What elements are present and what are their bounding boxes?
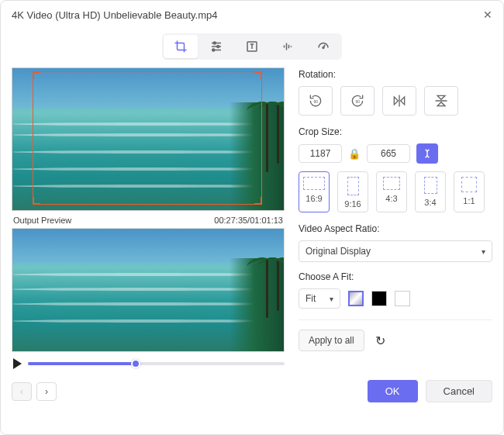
- audio-tool-button[interactable]: [271, 35, 305, 58]
- swap-icon: [422, 148, 433, 159]
- lock-icon[interactable]: 🔒: [348, 148, 361, 160]
- window-title: 4K Video (Ultra HD) Unbelievable Beauty.…: [12, 9, 217, 21]
- preview-time: 00:27:35/01:01:13: [214, 216, 283, 225]
- crop-preview[interactable]: [12, 67, 285, 211]
- slider-thumb[interactable]: [131, 359, 140, 368]
- speed-tool-button[interactable]: [306, 35, 340, 58]
- crop-tool-button[interactable]: [164, 35, 198, 58]
- svg-marker-19: [437, 95, 445, 99]
- aspect-label: 1:1: [463, 196, 475, 205]
- speedometer-icon: [316, 40, 330, 54]
- svg-text:90: 90: [314, 99, 319, 104]
- aspect-9-16-button[interactable]: 9:16: [337, 171, 368, 212]
- flip-horizontal-icon: [392, 93, 407, 109]
- fit-value: Fit: [306, 293, 316, 304]
- output-preview-label: Output Preview: [13, 216, 71, 225]
- cancel-button[interactable]: Cancel: [426, 380, 492, 402]
- play-button[interactable]: [13, 358, 22, 369]
- footer: ‹ › OK Cancel: [1, 369, 503, 412]
- crop-icon: [174, 40, 188, 54]
- crop-width-field[interactable]: 1187: [299, 144, 342, 163]
- apply-to-all-button[interactable]: Apply to all: [299, 330, 364, 351]
- crop-handle-br[interactable]: [254, 197, 262, 205]
- editor-toolbar: [1, 29, 503, 67]
- crop-handle-bl[interactable]: [33, 197, 40, 205]
- svg-marker-20: [437, 102, 445, 106]
- fit-blur-swatch[interactable]: [348, 291, 364, 306]
- cropsize-label: Crop Size:: [299, 126, 492, 137]
- adjust-tool-button[interactable]: [199, 35, 233, 58]
- tool-group: [162, 33, 342, 60]
- audio-icon: [281, 40, 295, 54]
- video-aspect-value: Original Display: [306, 246, 371, 257]
- reset-icon[interactable]: ↻: [375, 333, 385, 348]
- aspect-16-9-button[interactable]: 16:9: [299, 171, 330, 212]
- aspect-label: 16:9: [306, 194, 322, 203]
- svg-text:90: 90: [356, 99, 361, 104]
- video-aspect-select[interactable]: Original Display ▾: [299, 240, 492, 262]
- flip-vertical-icon: [433, 93, 449, 109]
- video-aspect-label: Video Aspect Ratio:: [299, 223, 492, 234]
- rotate-left-button[interactable]: 90: [299, 86, 333, 116]
- text-tool-button[interactable]: [235, 35, 269, 58]
- rotate-right-icon: 90: [350, 93, 365, 109]
- output-preview: [12, 228, 285, 352]
- chevron-down-icon: ▾: [482, 247, 485, 256]
- swap-dimensions-button[interactable]: [416, 143, 438, 164]
- aspect-label: 3:4: [424, 198, 436, 207]
- svg-point-12: [323, 47, 324, 49]
- close-icon[interactable]: ✕: [483, 9, 492, 21]
- right-panel: Rotation: 90 90 Crop Size: 1187 🔒 665: [299, 67, 492, 369]
- crop-handle-tl[interactable]: [33, 71, 40, 79]
- fit-white-swatch[interactable]: [395, 291, 410, 306]
- rotate-left-icon: 90: [308, 93, 323, 109]
- prev-button: ‹: [12, 382, 32, 401]
- text-icon: [245, 40, 259, 54]
- fit-label: Choose A Fit:: [299, 271, 492, 282]
- crop-rectangle[interactable]: [33, 71, 262, 205]
- flip-horizontal-button[interactable]: [382, 86, 416, 116]
- ok-button[interactable]: OK: [368, 380, 418, 402]
- sliders-icon: [209, 40, 223, 54]
- aspect-3-4-button[interactable]: 3:4: [415, 171, 446, 212]
- fit-select[interactable]: Fit ▾: [299, 288, 340, 309]
- crop-handle-tr[interactable]: [254, 71, 262, 79]
- rotation-label: Rotation:: [299, 69, 492, 80]
- next-button[interactable]: ›: [36, 382, 57, 401]
- aspect-4-3-button[interactable]: 4:3: [376, 171, 407, 212]
- rotate-right-button[interactable]: 90: [340, 86, 375, 116]
- svg-marker-16: [394, 97, 398, 105]
- aspect-label: 9:16: [344, 199, 361, 209]
- divider: [299, 319, 492, 320]
- crop-height-field[interactable]: 665: [367, 144, 410, 163]
- svg-marker-17: [401, 97, 405, 105]
- timeline-slider[interactable]: [28, 362, 285, 365]
- left-panel: Output Preview 00:27:35/01:01:13: [12, 67, 285, 369]
- aspect-1-1-button[interactable]: 1:1: [454, 171, 485, 212]
- slider-fill: [28, 362, 136, 365]
- fit-black-swatch[interactable]: [371, 291, 387, 306]
- chevron-down-icon: ▾: [330, 295, 333, 303]
- titlebar: 4K Video (Ultra HD) Unbelievable Beauty.…: [1, 1, 503, 29]
- flip-vertical-button[interactable]: [424, 86, 458, 116]
- aspect-label: 4:3: [385, 194, 397, 203]
